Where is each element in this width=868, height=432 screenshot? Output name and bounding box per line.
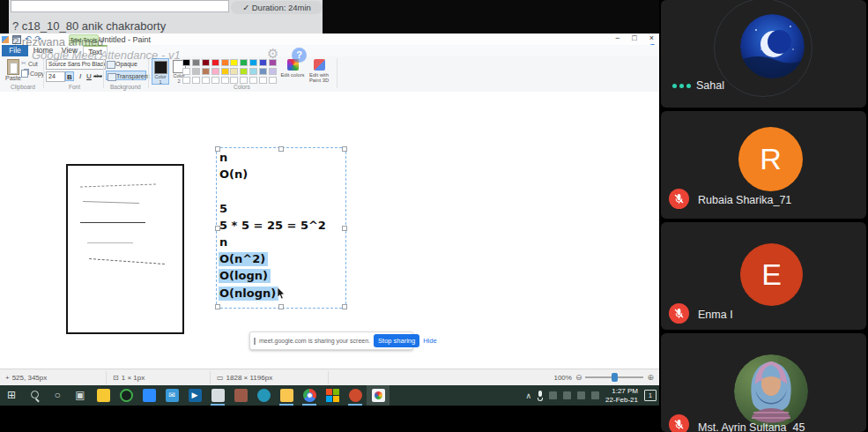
resize-handle[interactable] <box>278 304 284 309</box>
palette-swatch[interactable] <box>249 68 257 75</box>
paint-app-icon[interactable] <box>367 385 389 406</box>
paint-canvas[interactable]: nO(n)55 * 5 = 25 = 5^2nO(n^2)O(logn)O(nl… <box>0 92 659 369</box>
palette-swatch[interactable] <box>202 77 210 84</box>
edge-app-icon[interactable] <box>252 385 275 406</box>
transparent-button[interactable]: Transparent <box>106 71 146 80</box>
powerpoint-app-icon[interactable] <box>344 385 367 406</box>
palette-swatch[interactable] <box>202 68 210 75</box>
search-icon[interactable] <box>23 385 46 406</box>
zoom-slider-thumb[interactable] <box>612 373 618 382</box>
participant-name: Rubaia Sharika_71 <box>698 194 791 206</box>
paste-label[interactable]: Paste <box>5 75 21 81</box>
video-app-icon[interactable]: ▶ <box>183 385 206 406</box>
palette-swatch[interactable] <box>249 59 257 66</box>
attendance-overlay: ✓ Duration: 24min ? c18_10_80 anik chakr… <box>9 0 323 34</box>
palette-swatch[interactable] <box>230 68 238 75</box>
edit-paint3d-button[interactable]: Edit with Paint 3D <box>307 59 331 83</box>
minimize-button[interactable]: − <box>615 34 619 42</box>
palette-swatch[interactable] <box>269 68 277 75</box>
palette-swatch[interactable] <box>221 77 229 84</box>
palette-swatch[interactable] <box>249 77 257 84</box>
attendance-input[interactable] <box>11 0 229 12</box>
clock-date: 22-Feb-21 <box>605 396 638 405</box>
palette-swatch[interactable] <box>211 77 219 84</box>
underline-button[interactable]: U <box>85 71 93 81</box>
tray-icon-2[interactable] <box>563 391 571 399</box>
mail-app-icon[interactable]: ✉ <box>160 385 183 406</box>
action-center-icon[interactable]: 1 <box>644 390 657 401</box>
mic-muted-icon <box>669 189 689 209</box>
palette-swatch[interactable] <box>221 68 229 75</box>
palette-swatch[interactable] <box>240 59 248 66</box>
sketch-line <box>83 201 139 204</box>
palette-swatch[interactable] <box>182 59 190 66</box>
palette-swatch[interactable] <box>230 59 238 66</box>
paint3d-app-icon[interactable] <box>206 385 229 406</box>
resize-handle[interactable] <box>215 304 220 309</box>
zoom-in-icon[interactable]: ⊕ <box>647 373 654 382</box>
copy-button[interactable]: Copy <box>21 70 44 78</box>
italic-button[interactable]: I <box>76 71 85 81</box>
participant-tile-enma[interactable]: E Enma I <box>661 222 866 330</box>
stop-sharing-button[interactable]: Stop sharing <box>374 334 419 347</box>
palette-swatch[interactable] <box>211 59 219 66</box>
letter-avatar: R <box>738 127 803 191</box>
palette-swatch[interactable] <box>240 68 248 75</box>
file-explorer-icon[interactable] <box>275 385 298 406</box>
participant-tile-ayrin[interactable]: Mst. Ayrin Sultana_45 <box>661 333 866 432</box>
color1-button[interactable]: Color 1 <box>152 58 169 85</box>
tray-mic-icon[interactable] <box>538 391 543 401</box>
cursor-pos-icon: + <box>5 374 10 382</box>
photos-app-icon[interactable] <box>229 385 252 406</box>
palette-swatch[interactable] <box>192 59 200 66</box>
palette-swatch[interactable] <box>192 68 200 75</box>
resize-handle[interactable] <box>342 226 347 231</box>
palette-swatch[interactable] <box>221 59 229 66</box>
color1-swatch <box>154 61 167 74</box>
resize-handle[interactable] <box>342 146 347 152</box>
palette-swatch[interactable] <box>259 59 267 66</box>
paste-icon[interactable] <box>7 59 19 75</box>
text-selection-box[interactable]: nO(n)55 * 5 = 25 = 5^2nO(n^2)O(logn)O(nl… <box>216 147 346 309</box>
close-button[interactable]: × <box>649 34 654 42</box>
cortana-icon[interactable]: ○ <box>46 385 69 406</box>
palette-swatch[interactable] <box>259 68 267 75</box>
bold-button[interactable]: B <box>65 71 74 81</box>
taskbar-clock[interactable]: 1:27 PM 22-Feb-21 <box>605 387 638 405</box>
palette-swatch[interactable] <box>192 77 200 84</box>
tray-icon-4[interactable] <box>591 391 599 399</box>
canvas-text-line: n <box>219 151 326 168</box>
sketch-line <box>89 258 165 264</box>
task-view-icon[interactable]: ▣ <box>69 385 92 406</box>
strikethrough-button[interactable]: abc <box>93 71 102 81</box>
resize-handle[interactable] <box>342 304 347 309</box>
chrome-app-icon[interactable] <box>298 385 321 406</box>
sticky-notes-app-icon[interactable] <box>92 385 115 406</box>
font-size-select[interactable]: 24 <box>46 71 65 82</box>
letter-avatar: E <box>740 243 803 306</box>
palette-swatch[interactable] <box>230 77 238 84</box>
hide-link[interactable]: Hide <box>423 337 436 345</box>
palette-swatch[interactable] <box>211 68 219 75</box>
zoom-slider[interactable] <box>585 376 643 378</box>
selection-size-icon: ⊡ <box>113 374 119 382</box>
zoom-app-icon[interactable] <box>137 385 160 406</box>
start-button[interactable]: ⊞ <box>0 385 23 406</box>
palette-swatch[interactable] <box>202 59 210 66</box>
tray-icon-3[interactable] <box>577 391 585 399</box>
palette-swatch[interactable] <box>240 77 248 84</box>
participant-tile-sahal[interactable]: Sahal <box>661 0 866 108</box>
zoom-out-icon[interactable]: ⊖ <box>575 373 582 382</box>
maximize-button[interactable]: □ <box>632 34 636 42</box>
participant-tile-rubaia[interactable]: R Rubaia Sharika_71 <box>661 111 866 219</box>
palette-swatch[interactable] <box>259 77 267 84</box>
store-app-icon[interactable] <box>321 385 344 406</box>
attendance-name-2: ? rezwana ahmed <box>12 35 103 48</box>
tray-chevron-icon[interactable]: ∧ <box>525 391 531 400</box>
paint-logo-icon <box>2 36 9 43</box>
palette-swatch[interactable] <box>269 77 277 84</box>
recorder-app-icon[interactable] <box>115 385 137 406</box>
palette-swatch[interactable] <box>182 77 190 84</box>
tray-icon-1[interactable] <box>549 391 557 399</box>
palette-swatch[interactable] <box>182 68 190 75</box>
